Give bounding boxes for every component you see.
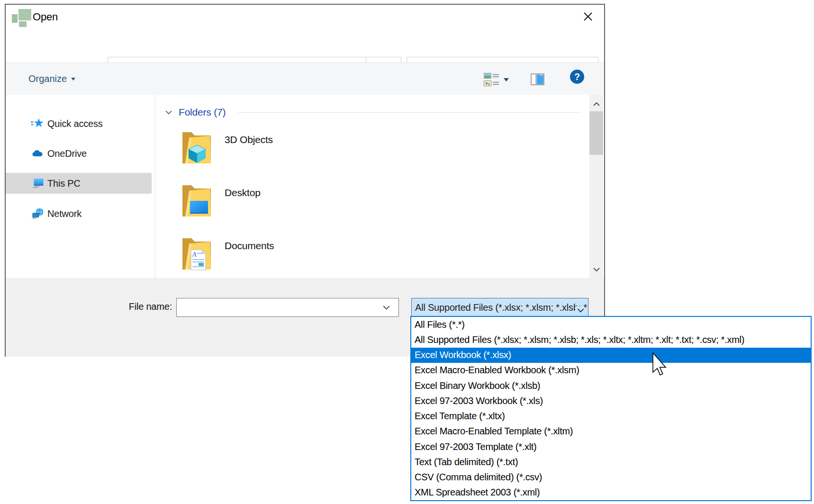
folder-name: 3D Objects bbox=[225, 134, 273, 145]
file-type-option[interactable]: Excel Workbook (*.xlsx) bbox=[411, 348, 811, 363]
file-name-label: File name: bbox=[67, 301, 172, 312]
file-type-option[interactable]: XML Spreadsheet 2003 (*.xml) bbox=[411, 485, 811, 500]
file-type-option[interactable]: Excel Binary Workbook (*.xlsb) bbox=[411, 378, 811, 393]
file-type-option-label: Excel 97-2003 Workbook (*.xls) bbox=[415, 396, 543, 406]
file-name-input[interactable] bbox=[176, 298, 399, 317]
mouse-cursor bbox=[652, 352, 668, 376]
command-toolbar: Organize bbox=[6, 63, 604, 95]
file-type-selected-value: All Supported Files (*.xlsx; *.xlsm; *.x… bbox=[415, 302, 588, 313]
navigation-bar: This PC bbox=[6, 29, 604, 63]
file-type-option-label: All Files (*.*) bbox=[415, 319, 465, 330]
preview-pane-button[interactable] bbox=[531, 72, 545, 86]
sidebar-item-label: OneDrive bbox=[47, 148, 87, 159]
file-type-combobox[interactable]: All Supported Files (*.xlsx; *.xlsm; *.x… bbox=[411, 298, 588, 317]
organize-label: Organize bbox=[28, 73, 67, 84]
open-file-dialog: Open bbox=[5, 4, 605, 357]
this-pc-monitor-icon bbox=[31, 177, 44, 190]
change-view-button[interactable] bbox=[484, 72, 515, 87]
file-type-dropdown-list: All Files (*.*) All Supported Files (*.x… bbox=[410, 316, 812, 501]
dialog-body: Quick access OneDrive This PC bbox=[6, 95, 604, 278]
sidebar-item-network[interactable]: Network bbox=[6, 203, 152, 224]
file-type-chevron bbox=[575, 306, 584, 315]
svg-text:A: A bbox=[192, 251, 197, 258]
file-name-dropdown-icon[interactable] bbox=[383, 306, 390, 310]
change-view-icon bbox=[484, 72, 500, 87]
group-header-rule bbox=[238, 112, 581, 113]
file-type-option-label: Excel 97-2003 Template (*.xlt) bbox=[415, 441, 536, 452]
sidebar-item-onedrive[interactable]: OneDrive bbox=[6, 143, 152, 164]
folder-name: Documents bbox=[225, 240, 274, 252]
help-button[interactable]: ? bbox=[570, 69, 585, 84]
file-type-option[interactable]: All Supported Files (*.xlsx; *.xlsm; *.x… bbox=[411, 332, 811, 347]
file-type-option[interactable]: Excel Macro-Enabled Workbook (*.xlsm) bbox=[411, 363, 811, 378]
file-type-option[interactable]: Excel Macro-Enabled Template (*.xltm) bbox=[411, 424, 811, 439]
desktop-screen-badge bbox=[190, 201, 208, 214]
close-button[interactable] bbox=[577, 7, 599, 27]
file-type-option-label: Excel Workbook (*.xlsx) bbox=[415, 350, 511, 360]
file-type-option-label: Excel Macro-Enabled Template (*.xltm) bbox=[415, 426, 573, 437]
toolbar-right-group: ? bbox=[481, 63, 604, 95]
network-globe-icon bbox=[31, 207, 44, 220]
screen: { "window": { "title": "Open" }, "naviga… bbox=[0, 0, 814, 504]
preview-pane-icon bbox=[531, 72, 545, 86]
svg-text:?: ? bbox=[574, 72, 580, 82]
file-type-option-label: Excel Template (*.xltx) bbox=[415, 411, 505, 422]
sidebar-item-quick-access[interactable]: Quick access bbox=[6, 113, 152, 134]
file-type-option-label: Excel Macro-Enabled Workbook (*.xlsm) bbox=[415, 365, 579, 376]
scroll-up-icon[interactable] bbox=[593, 102, 600, 106]
onedrive-cloud-icon bbox=[31, 147, 44, 160]
file-type-option-label: XML Spreadsheet 2003 (*.xml) bbox=[415, 487, 540, 498]
chevron-down-icon bbox=[577, 308, 584, 313]
file-type-option-label: Excel Binary Workbook (*.xlsb) bbox=[415, 380, 540, 391]
help-question-icon: ? bbox=[570, 69, 585, 84]
folders-group-label: Folders (7) bbox=[179, 107, 226, 118]
vertical-scrollbar[interactable] bbox=[589, 95, 603, 278]
file-type-option-label: Text (Tab delimited) (*.txt) bbox=[415, 457, 518, 468]
folder-3d-objects-icon bbox=[182, 127, 211, 164]
folder-item-documents[interactable]: A Documents bbox=[182, 234, 428, 278]
file-type-option[interactable]: Excel 97-2003 Workbook (*.xls) bbox=[411, 393, 811, 408]
close-icon bbox=[583, 12, 593, 21]
document-page-badge: A bbox=[191, 250, 206, 270]
scroll-down-icon[interactable] bbox=[593, 268, 600, 271]
file-type-option-label: All Supported Files (*.xlsx; *.xlsm; *.x… bbox=[415, 334, 744, 345]
scrollbar-thumb[interactable] bbox=[589, 111, 603, 155]
file-type-option-label: CSV (Comma delimited) (*.csv) bbox=[415, 472, 542, 483]
sidebar-item-label: This PC bbox=[47, 178, 81, 189]
sidebar-item-this-pc[interactable]: This PC bbox=[6, 173, 152, 194]
collapse-chevron-icon bbox=[165, 110, 172, 115]
navigation-pane: Quick access OneDrive This PC bbox=[6, 95, 155, 278]
folder-desktop-icon bbox=[182, 180, 211, 217]
quick-access-star-icon bbox=[31, 117, 44, 130]
file-list-pane: Folders (7) 3D Objects bbox=[155, 95, 589, 278]
file-type-option[interactable]: Excel 97-2003 Template (*.xlt) bbox=[411, 439, 811, 454]
file-type-option[interactable]: All Files (*.*) bbox=[411, 317, 811, 332]
titlebar: Open bbox=[6, 5, 604, 29]
caret-down-icon bbox=[71, 78, 75, 81]
folder-item-desktop[interactable]: Desktop bbox=[182, 180, 428, 228]
folder-name: Desktop bbox=[225, 187, 261, 198]
sidebar-item-label: Quick access bbox=[47, 118, 103, 129]
folder-item-3d-objects[interactable]: 3D Objects bbox=[182, 127, 428, 175]
file-type-option[interactable]: Text (Tab delimited) (*.txt) bbox=[411, 454, 811, 469]
sidebar-item-label: Network bbox=[47, 208, 81, 219]
organize-button[interactable]: Organize bbox=[28, 63, 75, 95]
file-type-option[interactable]: Excel Template (*.xltx) bbox=[411, 409, 811, 424]
file-type-option[interactable]: CSV (Comma delimited) (*.csv) bbox=[411, 470, 811, 485]
excel-app-icon bbox=[11, 9, 32, 27]
window-title: Open bbox=[33, 11, 58, 23]
caret-down-icon bbox=[504, 78, 509, 81]
folder-documents-icon: A bbox=[182, 234, 211, 270]
